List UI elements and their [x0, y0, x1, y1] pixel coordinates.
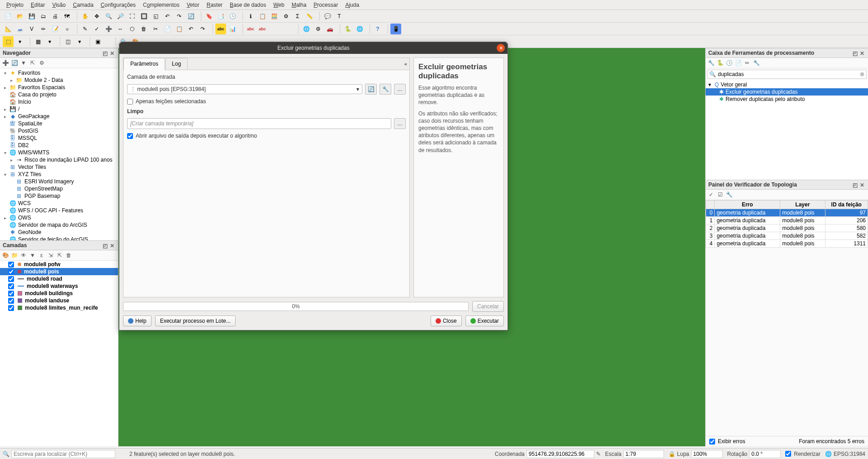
pan-icon[interactable]: ✋	[80, 11, 90, 22]
open-after-checkbox[interactable]: Abrir arquivo de saída depois executar o…	[127, 133, 406, 139]
qfield-icon[interactable]: 📱	[390, 24, 401, 34]
scale-input[interactable]	[623, 450, 664, 458]
browser-undock-icon[interactable]: ◰	[103, 50, 108, 56]
options-button[interactable]: 🔧	[379, 84, 391, 95]
node-tool-icon[interactable]: ⬡	[127, 24, 138, 34]
new-project-icon[interactable]: 📄	[3, 11, 14, 22]
close-button[interactable]: Close	[431, 316, 462, 326]
browser-item[interactable]: 🕸SpatiaLite	[0, 120, 118, 127]
browser-item[interactable]: ▸🌐OWS	[0, 214, 118, 221]
pan-selection-icon[interactable]: ✥	[91, 11, 102, 22]
layer-row[interactable]: module8 limites_mun_recife	[0, 304, 118, 311]
crs-label[interactable]: EPSG:31984	[834, 451, 865, 457]
browser-item[interactable]: ▸💾/	[0, 105, 118, 113]
browser-filter-icon[interactable]: ▼	[20, 59, 27, 67]
toolbox-model-icon[interactable]: 🔧	[707, 59, 715, 67]
bookmarks-icon[interactable]: 📑	[215, 11, 226, 22]
topology-undock-icon[interactable]: ◰	[853, 182, 858, 187]
input-layer-combo[interactable]: ⋮ module8 pois [EPSG:31984] ▾	[127, 84, 362, 94]
help-icon[interactable]: ?	[372, 24, 383, 34]
layers-remove-icon[interactable]: 🗑	[65, 252, 72, 259]
browser-item[interactable]: 🌐WCS	[0, 200, 118, 207]
toolbox-icon[interactable]: ⚙	[280, 11, 291, 22]
coord-input[interactable]	[526, 450, 594, 458]
tab-parametros[interactable]: Parâmetros	[123, 58, 165, 70]
menu-complementos[interactable]: Complementos	[139, 1, 183, 9]
locator-input[interactable]	[11, 450, 115, 458]
rot-input[interactable]	[749, 450, 781, 458]
edit-layer-icon[interactable]: 📝	[50, 24, 61, 34]
browser-item[interactable]: ▾★Favoritos	[0, 69, 118, 76]
select-rect-icon[interactable]: ⬚	[3, 36, 14, 47]
topology-close-icon[interactable]: ✕	[860, 182, 865, 187]
browser-item[interactable]: ⊞PGP Basemap	[0, 192, 118, 200]
topology-row[interactable]: 0geometria duplicadamodule8 pois97	[706, 209, 868, 217]
layer-row[interactable]: module8 buildings	[0, 290, 118, 297]
browser-item[interactable]: 🏠Casa do projeto	[0, 91, 118, 98]
topology-valext-icon[interactable]: ☑	[716, 191, 724, 198]
menu-web[interactable]: Web	[270, 1, 288, 9]
collapse-help-icon[interactable]: ◂	[401, 58, 409, 70]
save-edits-icon[interactable]: ✓	[91, 24, 102, 34]
topology-row[interactable]: 1geometria duplicadamodule8 pois206	[706, 217, 868, 225]
topology-config-icon[interactable]: 🔧	[726, 191, 733, 198]
refresh-icon[interactable]: 🔄	[185, 11, 196, 22]
topology-validate-icon[interactable]: ✓	[707, 191, 715, 198]
topology-row[interactable]: 2geometria duplicadamodule8 pois580	[706, 225, 868, 232]
menu-editar[interactable]: Editar	[27, 1, 48, 9]
zoom-layer-icon[interactable]: ◱	[150, 11, 161, 22]
browser-item[interactable]: 🐘PostGIS	[0, 127, 118, 134]
layers-expr-icon[interactable]: ε	[38, 252, 45, 259]
menu-processar[interactable]: Processar	[310, 1, 342, 9]
topology-row[interactable]: 4geometria duplicadamodule8 pois1311	[706, 240, 868, 248]
menu-visao[interactable]: Visão	[48, 1, 69, 9]
help-button[interactable]: Help	[123, 316, 152, 326]
open-icon[interactable]: 📂	[14, 11, 25, 22]
search-clear-icon[interactable]: ⊗	[860, 71, 864, 77]
browser-tree[interactable]: ▾★Favoritos▸📁Module 2 - Data▸📁Favoritos …	[0, 68, 118, 240]
select-expr-icon[interactable]: ▾	[44, 36, 55, 47]
layer-row[interactable]: module8 road	[0, 275, 118, 282]
select-all-icon[interactable]: ▦	[33, 36, 43, 47]
measure-icon[interactable]: 📏	[304, 11, 315, 22]
menu-vetor[interactable]: Vetor	[183, 1, 203, 9]
osm-download-icon[interactable]: 🌐	[301, 24, 312, 34]
layers-style-icon[interactable]: 🎨	[2, 252, 9, 259]
toolbox-close-icon[interactable]: ✕	[860, 50, 865, 56]
cut-icon[interactable]: ✂	[150, 24, 161, 34]
delete-icon[interactable]: 🗑	[138, 24, 149, 34]
toolbox-item[interactable]: ✱ Remover duplicatas pelo atributo	[706, 96, 868, 103]
add-raster-icon[interactable]: 🗻	[14, 24, 25, 34]
dialog-titlebar[interactable]: Excluir geometrias duplicadas ✕	[119, 42, 508, 54]
menu-raster[interactable]: Raster	[203, 1, 226, 9]
layout-mgr-icon[interactable]: 🗺	[62, 11, 72, 22]
paste-icon[interactable]: 📋	[174, 24, 185, 34]
menu-malha[interactable]: Malha	[288, 1, 310, 9]
layers-visibility-icon[interactable]: 👁	[20, 252, 27, 259]
run-button[interactable]: Executar	[465, 316, 504, 326]
zoom-next-icon[interactable]: ↷	[174, 11, 185, 22]
browser-close-icon[interactable]: ✕	[110, 50, 115, 56]
menu-projeto[interactable]: Projeto	[3, 1, 27, 9]
osm-car-icon[interactable]: 🚗	[324, 24, 335, 34]
coord-toggle-icon[interactable]: ✎	[596, 451, 601, 457]
zoom-selection-icon[interactable]: 🔲	[138, 11, 149, 22]
new-bookmark-icon[interactable]: 🔖	[204, 11, 214, 22]
output-input[interactable]: [Criar camada temporária]	[127, 118, 391, 129]
add-vector-icon[interactable]: 📐	[3, 24, 14, 34]
browser-item[interactable]: ▾⊞XYZ Tiles	[0, 171, 118, 178]
zoom-full-icon[interactable]: ⛶	[127, 11, 138, 22]
maptips-icon[interactable]: 💬	[322, 11, 333, 22]
batch-button[interactable]: Executar processo em Lote...	[155, 316, 236, 326]
layers-expand-icon[interactable]: ⇲	[47, 252, 54, 259]
vertex-tool-icon[interactable]: ⟐	[62, 24, 72, 34]
deselect-dd-icon[interactable]: ▾	[74, 36, 85, 47]
label-off-icon[interactable]: abc	[257, 24, 268, 34]
browser-item[interactable]: ✱GeoNode	[0, 229, 118, 236]
layers-collapse-icon[interactable]: ⇱	[56, 252, 63, 259]
browser-props-icon[interactable]: ⚙	[38, 59, 45, 67]
layers-filter-icon[interactable]: ▼	[29, 252, 36, 259]
toolbox-results-icon[interactable]: 📄	[735, 59, 742, 67]
osm-settings-icon[interactable]: ⚙	[313, 24, 323, 34]
only-selected-checkbox[interactable]: Apenas feições selecionadas	[127, 98, 406, 105]
